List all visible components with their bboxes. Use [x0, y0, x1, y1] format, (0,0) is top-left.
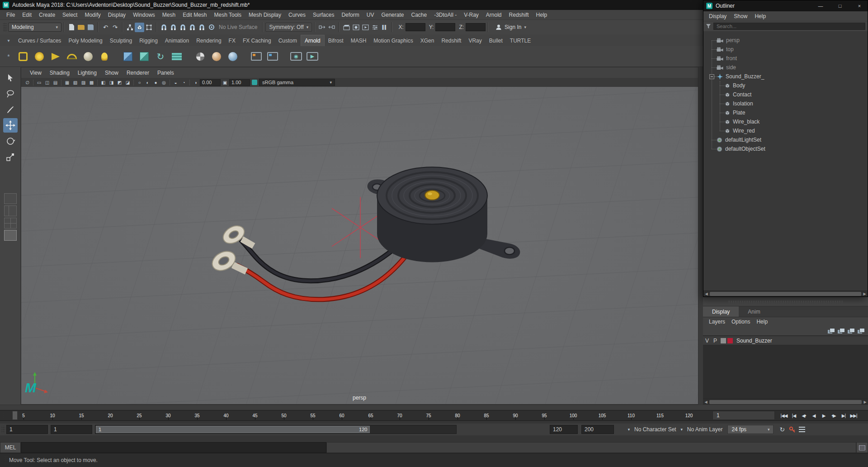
rotate-tool-button[interactable]	[3, 134, 18, 148]
anim-layer-menu-icon[interactable]: ▾	[678, 425, 686, 434]
live-surface-selector[interactable]: No Live Surface	[216, 24, 260, 30]
outliner-item-wire-red[interactable]: Wire_red	[703, 126, 868, 135]
menu-help[interactable]: Help	[533, 12, 551, 18]
viewport-3d-area[interactable]: M persp	[21, 87, 698, 405]
layout-four-pane-button[interactable]	[4, 218, 17, 229]
menu-edit-mesh[interactable]: Edit Mesh	[179, 12, 210, 18]
anim-layer-label[interactable]: No Anim Layer	[686, 426, 724, 433]
snap-to-points-button[interactable]	[178, 23, 188, 32]
arnold-aov-stack-button[interactable]	[169, 49, 184, 64]
menu-surfaces[interactable]: Surfaces	[309, 12, 338, 18]
close-button[interactable]: ×	[851, 0, 868, 11]
frame-tick[interactable]: 110	[617, 410, 646, 420]
menu-modify[interactable]: Modify	[81, 12, 104, 18]
menu-edit[interactable]: Edit	[19, 12, 35, 18]
time-slider-ticks[interactable]: 5 10 15 20 25 30 35 40 45 50 55 60 65 70…	[6, 410, 706, 420]
outliner-item-persp[interactable]: persp	[703, 36, 868, 45]
outliner-scrollbar[interactable]: ◀ ▶	[703, 291, 868, 296]
menu-deform[interactable]: Deform	[338, 12, 363, 18]
shelf-tab-animation[interactable]: Animation	[161, 35, 193, 46]
no-gate-icon[interactable]: ∅	[24, 79, 31, 86]
redo-button[interactable]: ↷	[110, 23, 120, 32]
range-handle-start[interactable]: 1	[99, 427, 101, 432]
frame-tick[interactable]: 100	[559, 410, 588, 420]
arnold-photometric-light-button[interactable]	[97, 49, 112, 64]
layers-menu[interactable]: Layers	[706, 319, 728, 325]
collapse-expander-icon[interactable]	[709, 74, 714, 79]
frame-tick[interactable]: 90	[501, 410, 530, 420]
shelf-tab-turtle[interactable]: TURTLE	[506, 35, 534, 46]
menu-mesh-tools[interactable]: Mesh Tools	[211, 12, 245, 18]
x-coordinate-field[interactable]	[406, 23, 425, 31]
frame-tick[interactable]: 15	[67, 410, 96, 420]
shelf-tab-redshift[interactable]: Redshift	[438, 35, 465, 46]
frame-tick[interactable]: 65	[356, 410, 385, 420]
select-tool-button[interactable]	[3, 71, 18, 85]
playback-end-field[interactable]	[550, 425, 578, 434]
outliner-item-default-light-set[interactable]: defaultLightSet	[703, 135, 868, 144]
tab-anim-layers[interactable]: Anim	[739, 306, 769, 317]
output-connections-button[interactable]	[327, 23, 336, 32]
shaded-mode-icon[interactable]: ◐	[144, 79, 151, 86]
scale-tool-button[interactable]	[3, 150, 18, 164]
shelf-gear-icon[interactable]: *	[3, 53, 14, 60]
outliner-item-default-object-set[interactable]: defaultObjectSet	[703, 144, 868, 153]
range-slider-grip[interactable]	[1, 426, 5, 433]
animation-preferences-button[interactable]	[797, 425, 807, 434]
minimize-button[interactable]: —	[812, 0, 829, 11]
options-menu[interactable]: Options	[728, 319, 753, 325]
exposure-field[interactable]: 0.00	[200, 79, 221, 86]
panel-menu-view[interactable]: View	[26, 70, 46, 76]
shelf-tab-xgen[interactable]: XGen	[417, 35, 438, 46]
menu-mesh[interactable]: Mesh	[159, 12, 179, 18]
layer-row-sound-buzzer[interactable]: V P Sound_Buzzer	[703, 336, 868, 345]
layout-persp-outliner-button[interactable]	[4, 230, 17, 241]
frame-tick[interactable]: 25	[125, 410, 154, 420]
panel-menu-shading[interactable]: Shading	[46, 70, 74, 76]
new-empty-layer-icon[interactable]	[848, 328, 854, 334]
move-layer-down-icon[interactable]	[838, 328, 844, 334]
character-set-menu-icon[interactable]: ▾	[625, 425, 633, 434]
frame-tick[interactable]: 115	[646, 410, 675, 420]
go-to-start-button[interactable]: |◀◀	[779, 411, 788, 420]
time-slider[interactable]: 5 10 15 20 25 30 35 40 45 50 55 60 65 70…	[0, 410, 868, 421]
arnold-area-light-button[interactable]	[15, 49, 31, 64]
play-forwards-button[interactable]: ▶	[819, 411, 828, 420]
shelf-tab-motion-graphics[interactable]: Motion Graphics	[370, 35, 416, 46]
menu-cache[interactable]: Cache	[407, 12, 430, 18]
arnold-ipr-window-button[interactable]: ◉	[288, 49, 304, 64]
select-by-component-button[interactable]	[144, 23, 154, 32]
outliner-item-sound-buzzer[interactable]: Sound_Buzzer_	[703, 72, 868, 81]
arnold-volume-button[interactable]	[137, 49, 152, 64]
outliner-menu-show[interactable]: Show	[730, 13, 751, 19]
arnold-play-render-button[interactable]: ▶	[305, 49, 320, 64]
shelf-tab-rigging[interactable]: Rigging	[136, 35, 161, 46]
menu-select[interactable]: Select	[59, 12, 81, 18]
shelf-tab-mash[interactable]: MASH	[347, 35, 370, 46]
menu-windows[interactable]: Windows	[129, 12, 159, 18]
panel-menu-renderer[interactable]: Renderer	[123, 70, 153, 76]
snap-to-curves-button[interactable]	[169, 23, 178, 32]
shelf-tab-custom[interactable]: Custom	[275, 35, 301, 46]
shelf-tab-sculpting[interactable]: Sculpting	[106, 35, 136, 46]
outliner-item-contact[interactable]: Contact	[703, 90, 868, 99]
resolution-gate-icon[interactable]: ▨	[80, 79, 87, 86]
shelf-tab-curves-surfaces[interactable]: Curves / Surfaces	[14, 35, 65, 46]
outliner-item-side[interactable]: side	[703, 63, 868, 72]
field-chart-icon[interactable]: ◧	[99, 79, 107, 86]
select-by-object-button[interactable]	[135, 23, 144, 32]
lock-camera-icon[interactable]: ◫	[43, 79, 51, 86]
camera-attributes-icon[interactable]: ▤	[52, 79, 59, 86]
shelf-menu-icon[interactable]: ▾	[3, 34, 14, 46]
menu-display[interactable]: Display	[104, 12, 129, 18]
layer-visibility-toggle[interactable]: V	[703, 338, 711, 344]
shelf-tab-vray[interactable]: VRay	[465, 35, 485, 46]
menu-mesh-display[interactable]: Mesh Display	[245, 12, 285, 18]
ambient-occlusion-icon[interactable]: ◔	[180, 79, 188, 86]
layer-playback-toggle[interactable]: P	[711, 338, 719, 344]
arnold-skydome-light-button[interactable]	[64, 49, 80, 64]
open-scene-button[interactable]	[76, 23, 86, 32]
menu-arnold[interactable]: Arnold	[482, 12, 505, 18]
scroll-left-icon[interactable]: ◀	[703, 291, 709, 297]
arnold-mesh-light-button[interactable]	[80, 49, 96, 64]
